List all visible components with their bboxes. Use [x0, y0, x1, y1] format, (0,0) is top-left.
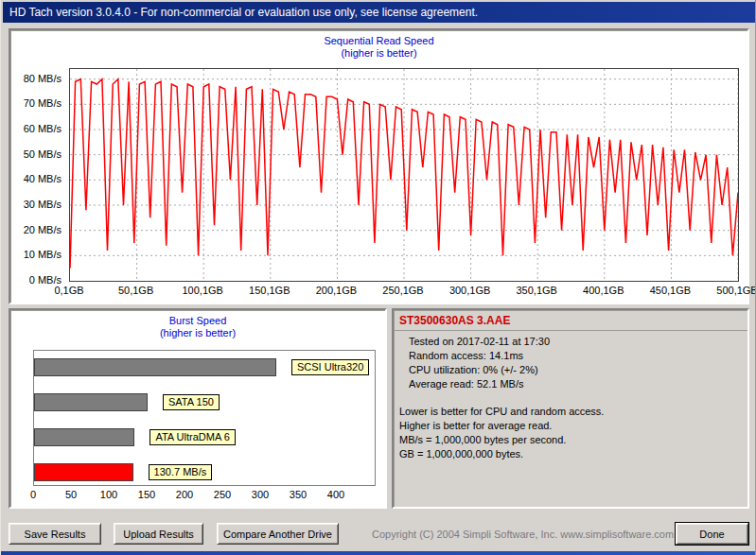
- copyright-text: Copyright (C) 2004 Simpli Software, Inc.…: [372, 529, 674, 540]
- burst-x-tick-label: 300: [246, 489, 274, 501]
- sequential-read-plot: [69, 68, 739, 282]
- upload-results-button[interactable]: Upload Results: [114, 523, 203, 545]
- info-line-tested: Tested on 2017-02-11 at 17:30: [409, 335, 740, 349]
- burst-x-tick-label: 400: [322, 489, 350, 501]
- burst-bar: [34, 428, 134, 446]
- info-note-gb: GB = 1,000,000,000 bytes.: [399, 447, 740, 461]
- x-tick-label: 50,1GB: [108, 285, 165, 297]
- y-tick-label: 40 MB/s: [10, 173, 62, 184]
- burst-x-tick-label: 250: [208, 489, 237, 501]
- burst-bar: [34, 463, 133, 481]
- burst-x-tick-label: 200: [170, 489, 199, 501]
- y-tick-label: 60 MB/s: [10, 123, 62, 134]
- x-tick-label: 250,1GB: [375, 285, 431, 297]
- info-spacer: [399, 391, 740, 405]
- burst-bar-label: SCSI Ultra320: [291, 359, 369, 375]
- y-tick-label: 80 MB/s: [10, 73, 62, 84]
- info-line-random: Random access: 14.1ms: [409, 349, 740, 363]
- seq-y-axis-labels: 0 MB/s10 MB/s20 MB/s30 MB/s40 MB/s50 MB/…: [10, 68, 65, 282]
- window-title: HD Tach version 3.0.4.0 - For non-commer…: [9, 6, 478, 19]
- y-tick-label: 20 MB/s: [10, 224, 62, 235]
- burst-chart-subtitle: (higher is better): [10, 327, 385, 338]
- info-line-avg-read: Average read: 52.1 MB/s: [409, 377, 740, 391]
- burst-bar-label: 130.7 MB/s: [149, 464, 213, 480]
- sequential-chart-title: Sequential Read Speed: [10, 35, 747, 46]
- burst-bar-label: ATA UltraDMA 6: [149, 429, 235, 445]
- info-note-lower: Lower is better for CPU and random acces…: [399, 405, 740, 419]
- x-tick-label: 0,1GB: [41, 285, 97, 297]
- burst-speed-panel: Burst Speed (higher is better) SCSI Ultr…: [9, 308, 387, 509]
- title-bar: HD Tach version 3.0.4.0 - For non-commer…: [3, 2, 755, 23]
- y-tick-label: 30 MB/s: [10, 199, 62, 210]
- burst-x-tick-label: 50: [57, 489, 85, 501]
- sequential-chart-subtitle: (higher is better): [10, 47, 747, 59]
- drive-name: ST3500630AS 3.AAE: [394, 310, 747, 331]
- x-tick-label: 400,1GB: [575, 285, 632, 297]
- x-tick-label: 450,1GB: [642, 285, 698, 297]
- done-button[interactable]: Done: [676, 523, 748, 545]
- burst-x-tick-label: 350: [284, 489, 312, 501]
- seq-x-axis-labels: 0,1GB50,1GB100,1GB150,1GB200,1GB250,1GB3…: [69, 285, 739, 297]
- save-results-button[interactable]: Save Results: [9, 523, 101, 545]
- burst-bar-label: SATA 150: [163, 394, 220, 410]
- burst-x-tick-label: 150: [132, 489, 161, 501]
- burst-x-tick-label: 0: [19, 489, 47, 501]
- burst-bar: [34, 393, 148, 411]
- x-tick-label: 500,1GB: [709, 285, 756, 297]
- drive-info-panel: ST3500630AS 3.AAE Tested on 2017-02-11 a…: [392, 308, 749, 509]
- burst-x-axis-labels: 050100150200250300350400: [33, 489, 376, 500]
- y-tick-label: 70 MB/s: [10, 97, 62, 109]
- x-tick-label: 150,1GB: [241, 285, 298, 297]
- info-line-cpu: CPU utilization: 0% (+/- 2%): [409, 363, 740, 377]
- window-border-bottom: [1, 551, 756, 555]
- sequential-read-panel: Sequential Read Speed (higher is better)…: [9, 28, 749, 304]
- burst-plot: SCSI Ultra320SATA 150ATA UltraDMA 6130.7…: [33, 350, 376, 486]
- burst-chart-title: Burst Speed: [10, 315, 385, 326]
- hd-tach-window: HD Tach version 3.0.4.0 - For non-commer…: [0, 0, 756, 555]
- x-tick-label: 200,1GB: [308, 285, 364, 297]
- burst-x-tick-label: 100: [95, 489, 123, 501]
- y-tick-label: 10 MB/s: [10, 249, 62, 260]
- info-note-higher: Higher is better for average read.: [399, 419, 740, 433]
- burst-bar: [34, 358, 276, 376]
- compare-another-drive-button[interactable]: Compare Another Drive: [217, 523, 339, 545]
- x-tick-label: 350,1GB: [508, 285, 565, 297]
- x-tick-label: 100,1GB: [174, 285, 231, 297]
- y-tick-label: 50 MB/s: [10, 148, 62, 160]
- drive-info-text: Tested on 2017-02-11 at 17:30 Random acc…: [394, 331, 747, 461]
- info-note-mbs: MB/s = 1,000,000 bytes per second.: [399, 433, 740, 447]
- x-tick-label: 300,1GB: [442, 285, 499, 297]
